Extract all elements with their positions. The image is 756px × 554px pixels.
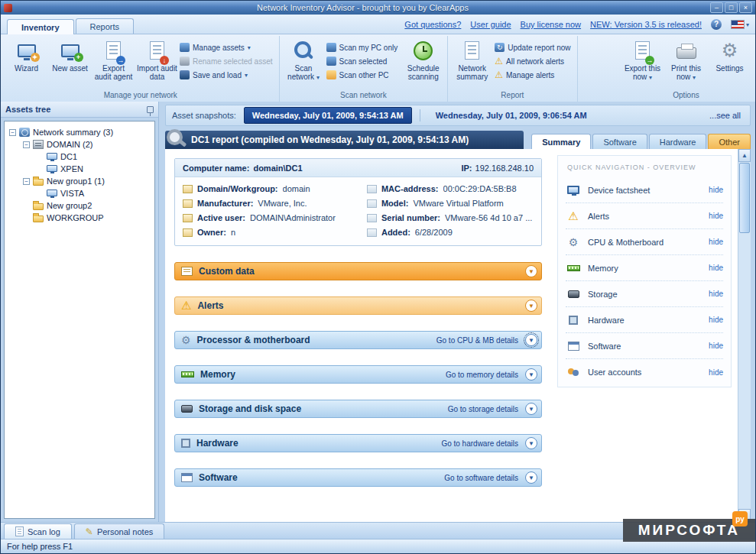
tab-scan-log[interactable]: Scan log [4,523,72,539]
link-buy-license[interactable]: Buy license now [521,20,582,29]
hide-link[interactable]: hide [709,342,723,350]
chevron-down-icon[interactable]: ▼ [525,300,537,312]
tree-item-network-summary[interactable]: − Network summary (3) [6,126,153,138]
wizard-button[interactable]: ✦ Wizard [5,37,47,85]
tree-item-vista[interactable]: VISTA [6,187,153,199]
chevron-down-icon[interactable]: ▼ [525,368,537,381]
save-load-icon [180,70,190,79]
manage-alerts-button[interactable]: ⚠ Manage alerts [495,70,570,79]
tab-other[interactable]: Other [708,134,751,149]
snapshot-current[interactable]: Wednesday, July 01, 2009, 9:54:13 AM [244,107,412,124]
go-to-hardware-link[interactable]: Go to hardware details [441,439,518,448]
field-serial-number: Serial number: VMware-56 4d 10 a7 ... [367,213,534,222]
section-custom-data[interactable]: Custom data ▼ [174,262,542,280]
quicknav-alerts[interactable]: ⚠ Alerts hide [566,203,723,229]
link-new-version[interactable]: NEW: Version 3.5 is released! [590,20,702,29]
collapse-icon[interactable]: − [23,141,30,148]
hide-link[interactable]: hide [709,290,723,298]
quicknav-software[interactable]: Software hide [566,333,723,359]
scan-selected-button[interactable]: Scan selected [326,57,398,66]
pin-icon[interactable] [147,106,154,113]
tab-hardware[interactable]: Hardware [649,134,707,149]
tree-item-new-group1[interactable]: − New group1 (1) [6,175,153,187]
print-this-now-button[interactable]: Print this now ▾ [665,37,707,85]
manage-assets-icon [180,43,190,52]
custom-data-icon [181,267,193,276]
go-to-memory-link[interactable]: Go to memory details [446,371,518,379]
chevron-down-icon[interactable]: ▼ [525,334,537,346]
help-icon[interactable]: ? [711,19,722,30]
import-audit-data-button[interactable]: ↓ Import audit data [136,37,178,85]
go-to-software-link[interactable]: Go to software details [444,474,518,482]
hide-link[interactable]: hide [709,212,723,220]
quicknav-memory[interactable]: Memory hide [566,255,723,281]
export-this-now-button[interactable]: → Export this now ▾ [621,37,664,85]
computer-name-label: Computer name: [183,164,249,173]
new-asset-icon: + [61,44,79,57]
tab-software[interactable]: Software [592,134,647,149]
vertical-scrollbar[interactable]: ▲ ▼ [738,149,751,522]
update-report-now-button[interactable]: ↻ Update report now [495,43,570,52]
tree-item-domain[interactable]: − DOMAIN (2) [6,138,153,151]
software-icon [568,342,579,351]
hide-link[interactable]: hide [709,186,723,194]
scan-network-button[interactable]: Scan network ▾ [283,37,325,85]
scroll-thumb[interactable] [739,163,750,233]
chevron-down-icon[interactable]: ▼ [525,403,537,415]
tab-personal-notes[interactable]: ✎ Personal notes [74,523,164,539]
all-network-alerts-button[interactable]: ⚠ All network alerts [495,57,570,66]
schedule-scanning-button[interactable]: Schedule scanning [402,37,444,85]
quicknav-storage[interactable]: Storage hide [566,281,723,307]
collapse-icon[interactable]: − [9,129,16,136]
go-to-storage-link[interactable]: Go to storage details [448,405,518,413]
manage-assets-button[interactable]: Manage assets ▾ [180,43,273,52]
go-to-cpu-link[interactable]: Go to CPU & MB details [436,336,518,345]
chevron-down-icon[interactable]: ▼ [525,437,537,449]
network-summary-button[interactable]: Network summary [451,37,493,85]
section-hardware[interactable]: Hardware Go to hardware details ▼ [174,434,542,452]
rename-selected-asset-button[interactable]: Rename selected asset [180,57,273,66]
language-selector[interactable]: ▾ [731,20,749,29]
save-and-load-button[interactable]: Save and load ▾ [180,70,273,79]
quicknav-device-factsheet[interactable]: Device factsheet hide [566,177,723,203]
link-got-questions[interactable]: Got questions? [404,20,461,29]
hide-link[interactable]: hide [709,264,723,272]
scan-other-pc-button[interactable]: Scan other PC [326,70,398,79]
field-domain-workgroup: Domain/Workgroup: domain [183,184,358,193]
chevron-down-icon[interactable]: ▼ [525,471,537,484]
tab-reports[interactable]: Reports [76,18,135,34]
maximize-button[interactable]: □ [725,2,738,13]
hide-link[interactable]: hide [709,368,723,377]
tree-item-new-group2[interactable]: New group2 [6,199,153,212]
section-alerts[interactable]: ⚠ Alerts ▼ [174,296,542,315]
section-storage[interactable]: Storage and disk space Go to storage det… [174,400,542,418]
quicknav-cpu-motherboard[interactable]: ⚙ CPU & Motherboard hide [566,229,723,255]
minimize-button[interactable]: – [710,2,723,13]
tree-item-dc1[interactable]: DC1 [6,151,153,163]
see-all-link[interactable]: ...see all [709,111,744,120]
tab-summary[interactable]: Summary [531,134,591,149]
tree-item-workgroup[interactable]: WORKGROUP [6,212,153,224]
scroll-up-button[interactable]: ▲ [738,149,751,162]
hide-link[interactable]: hide [709,238,723,246]
export-audit-agent-button[interactable]: → Export audit agent [92,37,135,85]
link-user-guide[interactable]: User guide [470,20,511,29]
settings-button[interactable]: ⚙ Settings [709,37,751,85]
hide-link[interactable]: hide [709,316,723,324]
snapshot-previous[interactable]: Wednesday, July 01, 2009, 9:06:54 AM [428,108,595,123]
new-asset-button[interactable]: + New asset [49,37,91,85]
ribbon-group-manage-network: ✦ Wizard + New asset → Export audit agen… [2,36,280,102]
collapse-icon[interactable]: − [23,178,30,185]
section-memory[interactable]: Memory Go to memory details ▼ [174,365,542,384]
memory-icon [181,371,194,377]
scan-network-icon [294,40,313,60]
quicknav-user-accounts[interactable]: User accounts hide [566,359,723,385]
section-processor-motherboard[interactable]: ⚙ Processor & motherboard Go to CPU & MB… [174,331,542,349]
scan-my-pc-button[interactable]: Scan my PC only [326,43,398,52]
tab-inventory[interactable]: Inventory [7,19,74,34]
chevron-down-icon[interactable]: ▼ [525,265,537,277]
section-software[interactable]: Software Go to software details ▼ [174,468,542,487]
quicknav-hardware[interactable]: Hardware hide [566,307,723,333]
tree-item-xpen[interactable]: XPEN [6,163,153,175]
close-button[interactable]: × [739,2,752,13]
